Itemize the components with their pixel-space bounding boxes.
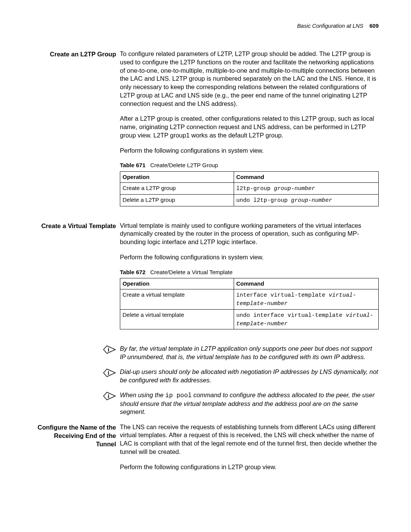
info-icon: i: [103, 368, 116, 378]
table-l2tp-group: Operation Command Create a L2TP group l2…: [120, 171, 379, 206]
table-row: Delete a L2TP group undo l2tp-group grou…: [120, 194, 379, 206]
svg-marker-0: [104, 346, 115, 353]
cell-operation: Create a virtual template: [120, 289, 234, 310]
table-caption: Table 672 Create/Delete a Virtual Templa…: [120, 268, 379, 276]
section-heading-receiving-end: Configure the Name of the Receiving End …: [36, 423, 120, 449]
table-header-operation: Operation: [120, 172, 234, 183]
table-row: Create a virtual template interface virt…: [120, 289, 379, 310]
paragraph: Virtual template is mainly used to confi…: [120, 222, 379, 246]
section-heading-l2tp-group: Create an L2TP Group: [36, 50, 120, 58]
table-title: Create/Delete L2TP Group: [150, 162, 218, 168]
note-text: When using the ip pool command to config…: [120, 391, 379, 416]
cell-operation: Delete a L2TP group: [120, 194, 234, 206]
table-number: Table 672: [120, 269, 145, 275]
cell-command: interface virtual-template virtual-templ…: [234, 289, 378, 310]
svg-text:i: i: [108, 393, 109, 399]
paragraph: Perform the following configurations in …: [120, 253, 379, 262]
cell-operation: Delete a virtual template: [120, 309, 234, 329]
table-virtual-template: Operation Command Create a virtual templ…: [120, 278, 379, 329]
svg-marker-2: [104, 369, 115, 377]
cell-command: undo l2tp-group group-number: [234, 194, 378, 206]
svg-text:i: i: [108, 347, 109, 353]
paragraph: Perform the following configurations in …: [120, 147, 379, 155]
paragraph: Perform the following configurations in …: [120, 463, 379, 471]
section-heading-virtual-template: Create a Virtual Template: [36, 222, 120, 230]
info-icon: i: [103, 345, 116, 355]
table-header-command: Command: [234, 172, 378, 183]
table-row: Create a L2TP group l2tp-group group-num…: [120, 183, 379, 195]
note-text: Dial-up users should only be allocated w…: [120, 368, 379, 384]
cell-command: undo interface virtual-template virtual-…: [234, 309, 378, 329]
table-caption: Table 671 Create/Delete L2TP Group: [120, 161, 379, 169]
cell-operation: Create a L2TP group: [120, 183, 234, 195]
table-row: Delete a virtual template undo interface…: [120, 309, 379, 329]
note-text: By far, the virtual template in L2TP app…: [120, 345, 379, 361]
svg-marker-4: [104, 392, 115, 400]
header-page-number: 609: [370, 23, 379, 29]
table-header-operation: Operation: [120, 278, 234, 289]
svg-text:i: i: [108, 370, 109, 376]
table-header-command: Command: [234, 278, 378, 289]
cell-command: l2tp-group group-number: [234, 183, 378, 195]
table-title: Create/Delete a Virtual Template: [150, 269, 233, 275]
paragraph: The LNS can receive the requests of esta…: [120, 423, 379, 456]
paragraph: After a L2TP group is created, other con…: [120, 115, 379, 139]
paragraph: To configure related parameters of L2TP,…: [120, 50, 379, 108]
table-number: Table 671: [120, 162, 145, 168]
header-section: Basic Configuration at LNS: [297, 23, 363, 29]
running-header: Basic Configuration at LNS 609: [36, 23, 379, 29]
info-icon: i: [103, 391, 116, 401]
